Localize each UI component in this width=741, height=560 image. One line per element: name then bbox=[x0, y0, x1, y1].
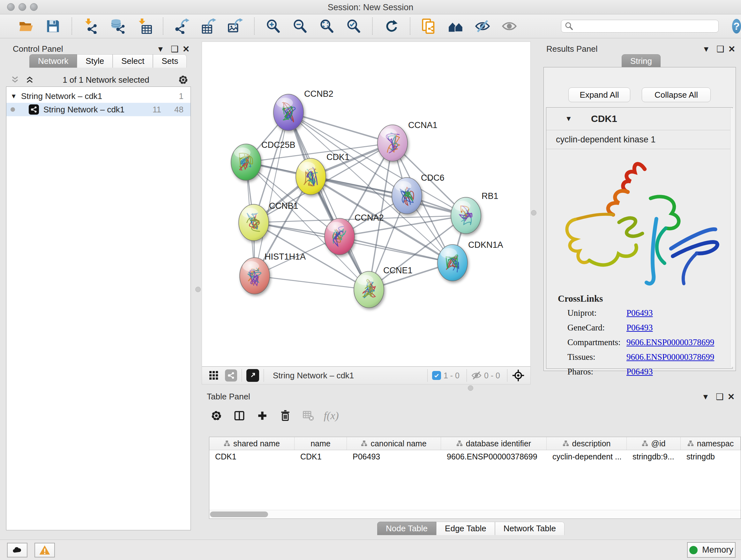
search-input[interactable] bbox=[574, 21, 715, 31]
network-edge[interactable] bbox=[255, 112, 288, 276]
network-canvas[interactable]: CCNB2CCNA1CDC25BCDK1CDC6RB1CCNB1CCNA2CDK… bbox=[202, 42, 531, 367]
network-edge[interactable] bbox=[340, 237, 453, 263]
table-body: CDK1CDK1P064939606.ENSP00000378699cyclin… bbox=[209, 450, 741, 463]
crosslink-link[interactable]: 9606.ENSP00000378699 bbox=[626, 352, 714, 362]
control-panel-close-icon[interactable]: ✕ bbox=[181, 44, 192, 54]
export-table-icon[interactable] bbox=[201, 18, 217, 34]
import-network-database-icon[interactable] bbox=[110, 18, 125, 34]
expand-all-networks-icon[interactable] bbox=[25, 75, 35, 84]
tab-select[interactable]: Select bbox=[113, 54, 153, 68]
network-node[interactable] bbox=[451, 197, 481, 234]
footer-separator bbox=[467, 369, 467, 382]
network-node[interactable] bbox=[231, 144, 261, 180]
network-node[interactable] bbox=[240, 258, 270, 294]
network-edge[interactable] bbox=[255, 276, 369, 290]
tab-network-table[interactable]: Network Table bbox=[495, 522, 564, 535]
table-panel-menu-icon[interactable]: ▼ bbox=[700, 392, 711, 401]
import-network-file-icon[interactable] bbox=[83, 18, 98, 34]
node-label: CDK1 bbox=[327, 152, 349, 162]
tab-style[interactable]: Style bbox=[77, 54, 113, 68]
column-header-database-identifier[interactable]: database identifier bbox=[441, 437, 547, 450]
string-view-icon[interactable] bbox=[225, 369, 237, 381]
crosslink-link[interactable]: 9606.ENSP00000378699 bbox=[626, 337, 714, 348]
grid-view-icon[interactable] bbox=[208, 370, 219, 381]
network-node[interactable] bbox=[437, 245, 468, 281]
refresh-icon[interactable] bbox=[383, 18, 399, 34]
export-image-icon[interactable] bbox=[227, 18, 244, 34]
network-options-gear-icon[interactable] bbox=[178, 74, 189, 85]
network-row[interactable]: String Network – cdk1 11 48 bbox=[6, 103, 191, 116]
first-neighbors-icon[interactable] bbox=[448, 18, 464, 34]
table-panel-close-icon[interactable]: ✕ bbox=[726, 392, 737, 402]
zoom-fit-icon[interactable] bbox=[319, 18, 335, 34]
scrollbar-thumb[interactable] bbox=[210, 511, 268, 517]
collapse-all-networks-icon[interactable] bbox=[10, 75, 20, 84]
network-edge[interactable] bbox=[288, 112, 393, 143]
network-collection-row[interactable]: ▼ String Network – cdk1 1 bbox=[6, 89, 191, 103]
memory-button[interactable]: Memory bbox=[687, 542, 736, 558]
column-header-namespac[interactable]: namespac bbox=[681, 437, 741, 450]
column-header-description[interactable]: description bbox=[547, 437, 627, 450]
collapse-all-button[interactable]: Collapse All bbox=[642, 87, 711, 102]
hide-selected-icon[interactable] bbox=[475, 18, 490, 34]
control-panel-menu-icon[interactable]: ▼ bbox=[155, 45, 166, 54]
results-vertical-scrollbar[interactable] bbox=[730, 108, 734, 367]
tab-string-results[interactable]: String bbox=[622, 54, 661, 68]
network-node[interactable] bbox=[378, 125, 408, 161]
column-header-canonical-name[interactable]: canonical name bbox=[347, 437, 441, 450]
left-splitter-handle[interactable] bbox=[195, 287, 201, 292]
crosslink-link[interactable]: P06493 bbox=[626, 367, 653, 377]
tab-sets[interactable]: Sets bbox=[153, 54, 187, 68]
delete-column-icon[interactable] bbox=[278, 408, 293, 423]
column-header--id[interactable]: @id bbox=[627, 437, 681, 450]
collection-expand-icon[interactable]: ▼ bbox=[6, 92, 21, 100]
column-header-shared-name[interactable]: shared name bbox=[209, 437, 294, 450]
right-splitter-handle[interactable] bbox=[531, 210, 536, 215]
cloud-status-button[interactable] bbox=[7, 543, 27, 557]
export-network-icon[interactable] bbox=[174, 18, 190, 34]
add-column-icon[interactable] bbox=[255, 408, 270, 423]
table-row[interactable]: CDK1CDK1P064939606.ENSP00000378699cyclin… bbox=[209, 450, 741, 463]
control-panel-title: Control Panel bbox=[13, 44, 63, 54]
gene-section-header[interactable]: ▼ CDK1 bbox=[546, 108, 732, 130]
gene-collapse-icon[interactable]: ▼ bbox=[546, 115, 591, 123]
delete-table-icon[interactable] bbox=[301, 408, 316, 423]
crosslink-link[interactable]: P06493 bbox=[626, 308, 653, 318]
open-in-window-icon[interactable] bbox=[246, 369, 259, 382]
show-columns-icon[interactable] bbox=[232, 408, 247, 423]
open-session-icon[interactable] bbox=[18, 18, 34, 34]
hidden-eye-icon[interactable] bbox=[471, 370, 482, 381]
import-table-file-icon[interactable] bbox=[136, 18, 152, 34]
save-session-icon[interactable] bbox=[45, 18, 61, 34]
function-builder-icon[interactable]: f(x) bbox=[324, 408, 339, 423]
table-horizontal-scrollbar[interactable] bbox=[209, 510, 741, 518]
tab-edge-table[interactable]: Edge Table bbox=[436, 522, 495, 535]
column-header-name[interactable]: name bbox=[294, 437, 347, 450]
results-panel-close-icon[interactable]: ✕ bbox=[726, 44, 737, 54]
table-panel-float-icon[interactable]: ❑ bbox=[714, 392, 725, 402]
network-node[interactable] bbox=[296, 159, 326, 195]
zoom-out-icon[interactable] bbox=[292, 18, 308, 34]
network-node[interactable] bbox=[392, 178, 422, 214]
network-node[interactable] bbox=[273, 94, 304, 131]
zoom-in-icon[interactable] bbox=[265, 18, 281, 34]
network-edge[interactable] bbox=[288, 112, 369, 290]
crosslink-link[interactable]: P06493 bbox=[626, 323, 653, 333]
network-node[interactable] bbox=[239, 204, 269, 241]
help-button[interactable]: ? bbox=[732, 19, 741, 34]
network-node[interactable] bbox=[354, 271, 384, 308]
network-node[interactable] bbox=[325, 219, 354, 255]
expand-all-button[interactable]: Expand All bbox=[568, 87, 630, 102]
show-all-icon[interactable] bbox=[501, 18, 517, 34]
tab-network[interactable]: Network bbox=[29, 54, 77, 68]
selected-checkbox-icon[interactable] bbox=[432, 371, 441, 380]
copy-style-icon[interactable] bbox=[421, 18, 437, 34]
zoom-selected-icon[interactable] bbox=[346, 18, 361, 34]
table-options-gear-icon[interactable] bbox=[209, 408, 224, 423]
tab-node-table[interactable]: Node Table bbox=[377, 522, 436, 535]
results-panel-menu-icon[interactable]: ▼ bbox=[701, 45, 712, 54]
control-panel-float-icon[interactable]: ❑ bbox=[169, 44, 180, 54]
results-panel-float-icon[interactable]: ❑ bbox=[715, 44, 726, 54]
birdseye-view-icon[interactable] bbox=[512, 369, 525, 382]
warnings-button[interactable] bbox=[35, 543, 55, 557]
